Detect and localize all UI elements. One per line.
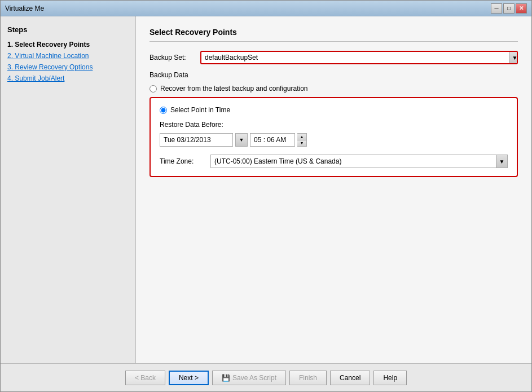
main-window: Virtualize Me ─ □ ✕ Steps 1. Select Reco… [0, 0, 532, 392]
backup-set-group: Backup Set: defaultBackupSet ▼ [150, 51, 518, 64]
radio-latest-item: Recover from the latest backup and confi… [150, 85, 518, 93]
timezone-row: Time Zone: (UTC-05:00) Eastern Time (US … [160, 155, 508, 168]
maximize-button[interactable]: □ [503, 3, 515, 14]
timezone-select-wrapper: (UTC-05:00) Eastern Time (US & Canada) ▼ [210, 155, 508, 168]
time-spinner-down[interactable]: ▼ [297, 140, 306, 147]
radio-group: Recover from the latest backup and confi… [150, 85, 518, 177]
radio-latest[interactable] [150, 85, 157, 93]
save-script-icon: 💾 [222, 374, 230, 382]
backup-data-label: Backup Data [150, 71, 518, 79]
timezone-select[interactable]: (UTC-05:00) Eastern Time (US & Canada) [211, 155, 496, 168]
backup-set-select[interactable]: defaultBackupSet [201, 52, 509, 63]
sidebar-item-step2[interactable]: 2. Virtual Machine Location [7, 52, 129, 60]
time-spinner-up[interactable]: ▲ [297, 134, 306, 140]
panel-title: Select Recovery Points [150, 28, 518, 42]
sidebar-item-step4[interactable]: 4. Submit Job/Alert [7, 74, 129, 82]
select-point-box: Select Point in Time Restore Data Before… [150, 97, 518, 177]
radio-latest-label[interactable]: Recover from the latest backup and confi… [160, 85, 307, 93]
sidebar-item-step3[interactable]: 3. Review Recovery Options [7, 63, 129, 71]
backup-set-label: Backup Set: [150, 54, 200, 61]
restore-data-label: Restore Data Before: [160, 121, 508, 129]
title-bar-controls: ─ □ ✕ [491, 3, 527, 14]
back-button[interactable]: < Back [125, 371, 165, 385]
help-button[interactable]: Help [373, 371, 407, 385]
select-point-header: Select Point in Time [160, 106, 508, 114]
radio-point[interactable] [160, 107, 167, 114]
date-field: Tue 03/12/2013 [160, 133, 233, 147]
bottom-bar: < Back Next > 💾 Save As Script Finish Ca… [1, 363, 531, 391]
content-area: Steps 1. Select Recovery Points 2. Virtu… [1, 16, 531, 363]
timezone-dropdown-arrow[interactable]: ▼ [496, 155, 507, 168]
date-dropdown-button[interactable]: ▼ [235, 133, 248, 147]
date-value: Tue 03/12/2013 [164, 136, 211, 144]
cancel-button[interactable]: Cancel [330, 371, 370, 385]
next-button[interactable]: Next > [169, 371, 209, 385]
timezone-label: Time Zone: [160, 157, 205, 165]
save-as-script-button[interactable]: 💾 Save As Script [212, 371, 286, 385]
time-field: 05 : 06 AM [250, 133, 295, 147]
close-button[interactable]: ✕ [516, 3, 527, 14]
backup-set-wrapper: defaultBackupSet ▼ [200, 51, 518, 64]
minimize-button[interactable]: ─ [491, 3, 502, 14]
save-as-script-label: Save As Script [232, 374, 276, 382]
title-bar: Virtualize Me ─ □ ✕ [1, 1, 531, 16]
time-value: 05 : 06 AM [254, 136, 286, 144]
main-panel: Select Recovery Points Backup Set: defau… [136, 16, 531, 363]
sidebar-item-step1: 1. Select Recovery Points [7, 41, 129, 49]
sidebar-heading: Steps [7, 25, 129, 34]
finish-button[interactable]: Finish [289, 371, 327, 385]
backup-set-dropdown-arrow[interactable]: ▼ [509, 52, 518, 63]
date-time-row: Tue 03/12/2013 ▼ 05 : 06 AM ▲ ▼ [160, 133, 508, 147]
time-spinner: ▲ ▼ [297, 133, 307, 147]
sidebar: Steps 1. Select Recovery Points 2. Virtu… [1, 16, 136, 363]
window-title: Virtualize Me [5, 5, 44, 12]
radio-point-label[interactable]: Select Point in Time [170, 106, 230, 114]
